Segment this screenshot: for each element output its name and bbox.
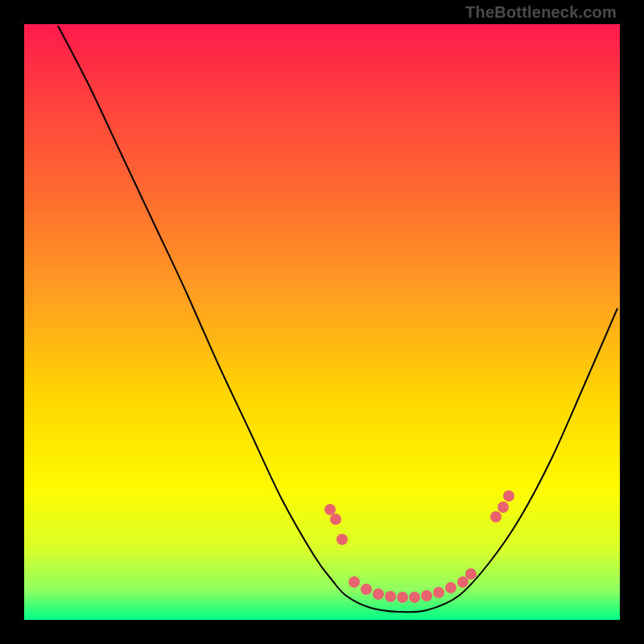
data-marker: [397, 592, 408, 603]
data-marker: [490, 511, 502, 522]
data-marker: [361, 584, 372, 595]
attribution-label: TheBottleneck.com: [465, 3, 617, 22]
data-marker: [457, 576, 469, 588]
data-marker: [373, 588, 384, 600]
data-marker: [445, 582, 456, 593]
data-marker: [433, 587, 444, 598]
marker-group: [324, 490, 514, 603]
data-marker: [421, 590, 432, 601]
data-marker: [497, 502, 509, 513]
plot-svg: [24, 24, 620, 620]
data-marker: [330, 514, 341, 525]
data-marker: [503, 490, 514, 502]
data-marker: [324, 504, 336, 515]
data-marker: [385, 591, 396, 602]
data-marker: [336, 534, 348, 545]
data-marker: [349, 576, 360, 588]
data-marker: [409, 592, 420, 603]
chart-area: [24, 24, 620, 620]
data-marker: [465, 568, 477, 580]
